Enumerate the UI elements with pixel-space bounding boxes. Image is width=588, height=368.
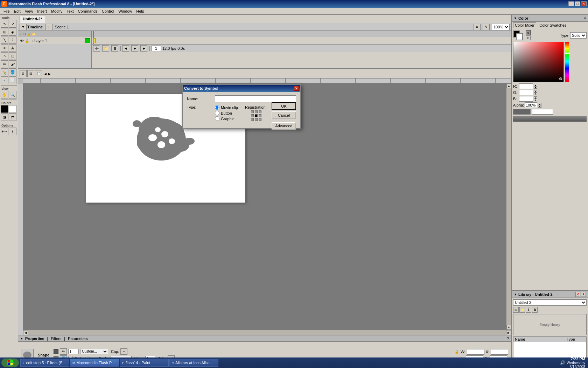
play-btn[interactable]: ▶ (131, 45, 138, 52)
advanced-button[interactable]: Advanced (272, 122, 296, 130)
name-input[interactable]: Smoke (215, 95, 296, 102)
hand-tool[interactable]: ✋ (1, 91, 8, 98)
tab-properties[interactable]: Properties (23, 336, 46, 341)
menu-file[interactable]: File (1, 8, 12, 14)
reg-tl[interactable] (251, 110, 254, 113)
reg-tc[interactable] (255, 110, 258, 113)
dialog-close-btn[interactable]: ✕ (294, 86, 299, 91)
gradient-btn[interactable]: ⊡ (526, 35, 531, 40)
taskbar-item-0[interactable]: F edit step 5 : Filters (S... (20, 359, 69, 367)
line-tool[interactable]: ╲ (1, 36, 8, 44)
stroke-style-select[interactable]: Custom... (80, 349, 108, 354)
b-up-btn[interactable]: ▲ (534, 96, 537, 99)
edit-btn[interactable]: ✎ (483, 24, 490, 30)
edit-symbols-btn[interactable]: ⊞ (20, 70, 27, 77)
color-gradient-canvas[interactable] (513, 42, 564, 82)
scroll-left-btn[interactable]: ◀ (23, 330, 28, 335)
r-up-btn[interactable]: ▲ (534, 84, 537, 86)
color-collapse-btn[interactable]: ▼ (514, 16, 517, 20)
g-up-btn[interactable]: ▲ (534, 90, 537, 93)
free-transform-tool[interactable]: ⊞ (1, 28, 8, 36)
menu-edit[interactable]: Edit (12, 8, 23, 14)
option-btn-1[interactable]: +↔ (1, 128, 8, 135)
subselect-tool[interactable]: ↗ (9, 20, 16, 28)
brush-tool[interactable]: 🖌 (9, 60, 16, 68)
button-radio[interactable] (215, 111, 219, 115)
zoom-tool[interactable]: 🔍 (9, 91, 16, 98)
reg-tr[interactable] (259, 110, 261, 113)
scroll-down-btn[interactable]: ▼ (506, 325, 511, 330)
next-frame-btn[interactable]: ▶ (140, 45, 147, 52)
zoom-select[interactable]: 100% (492, 24, 510, 30)
scroll-track-v[interactable] (506, 88, 511, 325)
ink-bottle-tool[interactable]: 🍾 (1, 68, 8, 76)
menu-insert[interactable]: Insert (35, 8, 49, 14)
cancel-button[interactable]: Cancel (272, 111, 296, 119)
scroll-up-btn[interactable]: ▲ (506, 83, 511, 88)
paint-bucket-tool[interactable]: 🪣 (9, 68, 16, 76)
library-collapse-btn[interactable]: ▼ (514, 293, 517, 296)
text-tool[interactable]: A (9, 44, 16, 52)
x-input[interactable]: 140.0 (491, 349, 508, 355)
reg-br[interactable] (259, 118, 261, 121)
color-mixer-tab[interactable]: Color Mixer (513, 22, 536, 28)
fill-color[interactable] (9, 105, 16, 113)
color-type-select[interactable]: Solid (570, 32, 587, 39)
lock-icon[interactable]: 🔒 (454, 349, 459, 354)
menu-control[interactable]: Control (100, 8, 116, 14)
lasso-tool[interactable]: ⌇ (9, 36, 16, 44)
edit-scene-btn[interactable]: ⊟ (27, 70, 34, 77)
reg-mc[interactable] (255, 114, 258, 117)
lib-new-folder-btn[interactable]: 📁 (519, 307, 525, 313)
graphic-radio[interactable] (215, 116, 219, 121)
layer-outline-icon[interactable]: □ (29, 38, 34, 43)
reg-ml[interactable] (251, 114, 254, 117)
props-collapse-btn[interactable]: ▼ (20, 337, 23, 340)
menu-commands[interactable]: Commands (76, 8, 99, 14)
tab-filters[interactable]: Filters (49, 336, 63, 341)
document-tab[interactable]: Untitled-2* (20, 16, 45, 23)
reg-bl[interactable] (251, 118, 254, 121)
prev-frame-btn[interactable]: ◀ (122, 45, 129, 52)
r-input[interactable]: 102 (519, 83, 533, 89)
ok-button[interactable]: OK (272, 102, 296, 110)
eraser-tool[interactable]: ⬜ (9, 76, 16, 84)
black-white-btn[interactable]: ◑ (1, 113, 8, 121)
settings-btn[interactable]: ⚙ (474, 24, 481, 30)
hue-slider[interactable] (565, 42, 569, 82)
menu-modify[interactable]: Modify (49, 8, 64, 14)
reg-mr[interactable] (259, 114, 261, 117)
no-color-btn[interactable]: ⊘ (526, 30, 531, 35)
library-dropdown[interactable]: Untitled-2 (513, 299, 587, 306)
g-down-btn[interactable]: ▼ (534, 93, 537, 95)
width-input[interactable]: 269.0 (467, 349, 484, 355)
props-help-btn[interactable]: ? (507, 336, 509, 341)
reg-bc[interactable] (255, 118, 258, 121)
b-down-btn[interactable]: ▼ (534, 99, 537, 101)
lib-new-symbol-btn[interactable]: ⊞ (513, 307, 519, 313)
layer-lock-icon[interactable]: 🔒 (24, 38, 29, 43)
timeline-collapse-btn[interactable]: ▼ (20, 24, 27, 30)
option-btn-2[interactable]: ⟨ (9, 128, 16, 135)
select-tool[interactable]: ↖ (1, 20, 8, 28)
alpha-up-btn[interactable]: ▲ (538, 103, 541, 105)
lib-delete-btn[interactable]: 🗑 (532, 307, 538, 313)
movieclip-radio[interactable] (215, 105, 219, 110)
eyedropper-tool[interactable]: 💉 (1, 76, 8, 84)
alpha-input[interactable] (525, 102, 537, 108)
taskbar-item-1[interactable]: M Macromedia Flash P... (70, 359, 119, 367)
cap-btn[interactable]: ⊣ (120, 348, 127, 355)
menu-help[interactable]: Help (134, 8, 146, 14)
add-layer-btn[interactable]: ➕ (93, 45, 100, 52)
color-swatches-tab[interactable]: Color Swatches (538, 22, 568, 28)
library-options-btn[interactable]: ≡ (581, 292, 586, 297)
stroke-color[interactable] (1, 105, 8, 113)
menu-window[interactable]: Window (116, 8, 134, 14)
menu-text[interactable]: Text (64, 8, 76, 14)
library-pin-btn[interactable]: 📌 (575, 292, 580, 297)
gradient-tool[interactable]: ◈ (9, 28, 16, 36)
rect-tool[interactable]: □ (9, 52, 16, 60)
frame-input[interactable] (151, 46, 161, 51)
edit-layers-btn[interactable]: 📋 (35, 70, 42, 77)
maximize-button[interactable]: □ (575, 1, 580, 6)
